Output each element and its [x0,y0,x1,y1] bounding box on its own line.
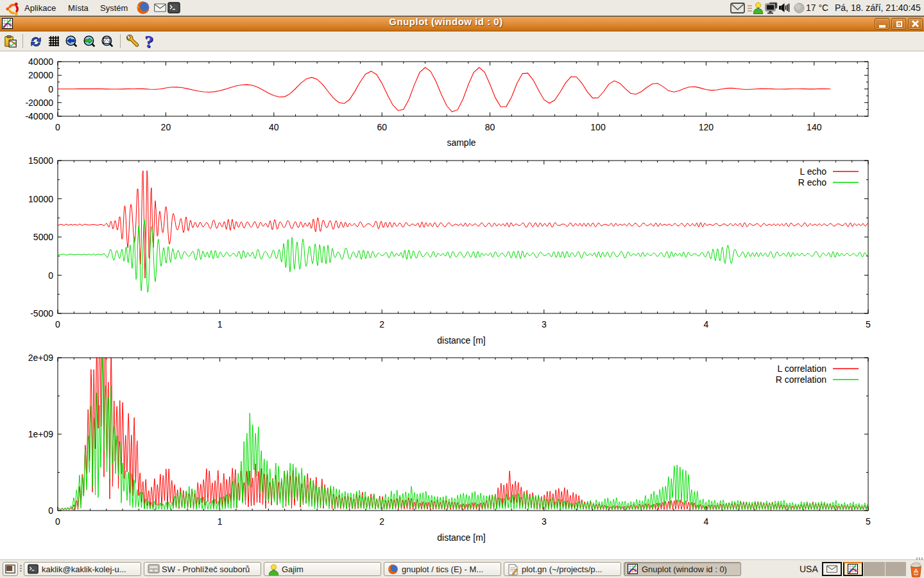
svg-text:0: 0 [55,319,60,329]
svg-text:140: 140 [807,122,822,132]
svg-text:0: 0 [48,505,53,516]
svg-text:1: 1 [218,319,223,329]
svg-text:1: 1 [218,516,223,527]
svg-text:5000: 5000 [33,232,53,242]
svg-text:100: 100 [590,122,606,132]
svg-text:L correlation: L correlation [777,363,826,374]
svg-text:40000: 40000 [28,57,53,67]
svg-text:distance [m]: distance [m] [437,532,485,543]
svg-text:0: 0 [48,270,53,281]
svg-text:R correlation: R correlation [776,374,826,385]
svg-text:4: 4 [704,516,709,527]
svg-text:40: 40 [269,122,279,132]
svg-text:3: 3 [542,516,547,527]
svg-text:20000: 20000 [28,70,53,80]
svg-text:80: 80 [485,122,495,132]
svg-text:20: 20 [161,122,171,132]
svg-text:0: 0 [55,516,60,527]
svg-text:0: 0 [55,122,60,132]
svg-text:sample: sample [447,137,475,148]
svg-text:R echo: R echo [798,177,827,188]
svg-text:10000: 10000 [28,194,53,204]
svg-text:-20000: -20000 [25,98,53,108]
svg-text:2: 2 [379,516,384,527]
svg-text:distance [m]: distance [m] [437,335,485,346]
svg-text:15000: 15000 [28,155,53,166]
svg-text:3: 3 [542,319,547,329]
svg-text:2e+09: 2e+09 [28,353,54,363]
svg-text:1e+09: 1e+09 [28,429,54,439]
svg-text:5: 5 [866,516,871,527]
svg-text:5: 5 [866,319,871,329]
svg-text:-40000: -40000 [25,111,53,121]
svg-text:-5000: -5000 [30,308,53,319]
svg-text:L echo: L echo [800,166,826,177]
svg-text:60: 60 [377,122,387,132]
svg-text:2: 2 [379,319,384,329]
svg-text:0: 0 [48,84,53,94]
svg-text:120: 120 [699,122,714,132]
svg-text:4: 4 [704,319,709,329]
